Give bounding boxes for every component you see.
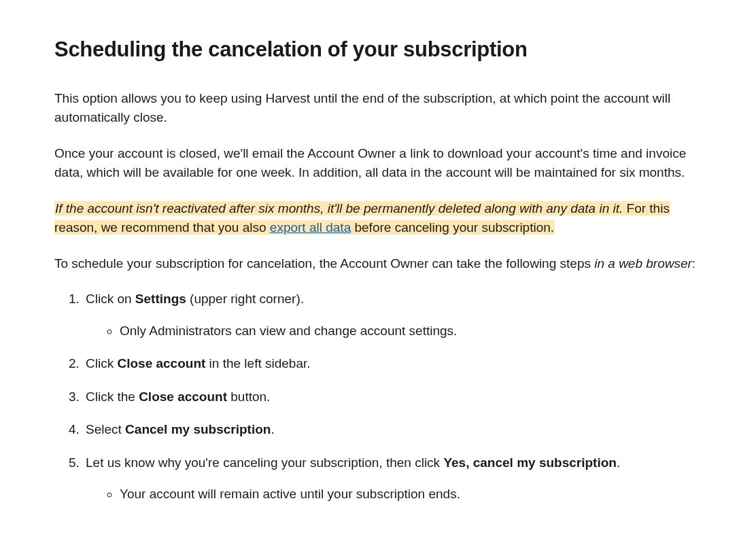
step-3-post: button. bbox=[227, 389, 270, 404]
step-4-bold: Cancel my subscription bbox=[125, 422, 271, 436]
step-1-pre: Click on bbox=[86, 292, 135, 306]
intro-paragraph-1: This option allows you to keep using Har… bbox=[54, 89, 702, 128]
step-1-subitem: Only Administrators can view and change … bbox=[120, 322, 702, 341]
steps-intro-pre: To schedule your subscription for cancel… bbox=[54, 256, 594, 271]
step-2: Click Close account in the left sidebar. bbox=[83, 354, 702, 374]
steps-intro: To schedule your subscription for cancel… bbox=[54, 254, 702, 274]
step-1-bold: Settings bbox=[135, 292, 186, 306]
warning-text-post-link: before canceling your subscription. bbox=[351, 220, 554, 235]
step-5-sublist: Your account will remain active until yo… bbox=[120, 485, 702, 504]
step-5-subitem: Your account will remain active until yo… bbox=[120, 485, 702, 504]
steps-list: Click on Settings (upper right corner). … bbox=[83, 290, 702, 504]
step-1: Click on Settings (upper right corner). … bbox=[83, 290, 702, 341]
steps-intro-em: in a web browser bbox=[594, 256, 692, 271]
step-2-post: in the left sidebar. bbox=[205, 356, 310, 370]
steps-intro-post: : bbox=[692, 256, 695, 271]
warning-highlight: If the account isn't reactivated after s… bbox=[54, 201, 670, 235]
section-heading: Scheduling the cancelation of your subsc… bbox=[54, 34, 702, 66]
step-3: Click the Close account button. bbox=[83, 387, 702, 407]
warning-paragraph: If the account isn't reactivated after s… bbox=[54, 199, 702, 238]
step-5: Let us know why you're canceling your su… bbox=[83, 453, 702, 504]
intro-paragraph-2: Once your account is closed, we'll email… bbox=[54, 144, 702, 183]
step-4-post: . bbox=[271, 422, 274, 436]
step-1-sublist: Only Administrators can view and change … bbox=[120, 322, 702, 341]
step-2-bold: Close account bbox=[117, 356, 205, 370]
step-4: Select Cancel my subscription. bbox=[83, 420, 702, 440]
step-3-bold: Close account bbox=[139, 389, 227, 404]
step-2-pre: Click bbox=[86, 356, 117, 370]
step-5-pre: Let us know why you're canceling your su… bbox=[86, 455, 443, 470]
step-4-pre: Select bbox=[86, 422, 125, 436]
step-3-pre: Click the bbox=[86, 389, 139, 404]
step-5-post: . bbox=[617, 455, 620, 470]
export-all-data-link[interactable]: export all data bbox=[270, 220, 351, 235]
warning-italic: If the account isn't reactivated after s… bbox=[55, 201, 623, 215]
step-1-post: (upper right corner). bbox=[186, 292, 304, 306]
step-5-bold: Yes, cancel my subscription bbox=[443, 455, 617, 470]
